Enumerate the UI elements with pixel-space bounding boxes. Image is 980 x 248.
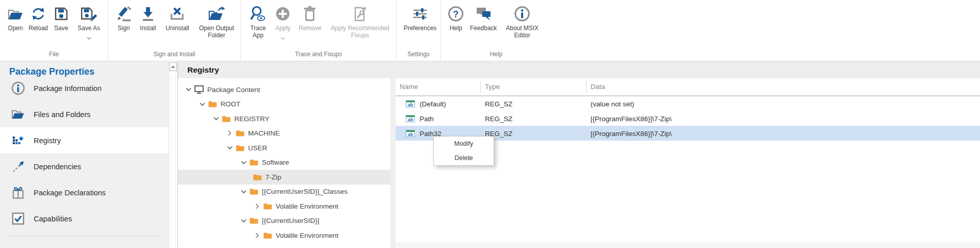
chevron-expanded-icon[interactable]	[184, 87, 192, 92]
folder-icon	[253, 174, 262, 181]
help-button[interactable]: ? Help	[445, 3, 467, 32]
tree-item-label: Volatile Environment	[276, 232, 338, 239]
help-button-label: Help	[450, 25, 462, 32]
chevron-expanded-icon[interactable]	[239, 219, 248, 223]
reg-sz-value-icon: ab	[406, 115, 415, 122]
sign-pencil-icon	[115, 4, 132, 24]
ribbon-group-label-file: File	[0, 51, 108, 61]
sidebar-item-package-information[interactable]: Package Information	[0, 75, 168, 101]
open-output-folder-button[interactable]: Open Output Folder	[194, 3, 239, 39]
tree-item-label: ROOT	[220, 100, 240, 108]
chevron-expanded-icon[interactable]	[198, 102, 206, 106]
uninstall-button[interactable]: Uninstall	[161, 3, 193, 32]
chevron-expanded-icon[interactable]	[212, 117, 220, 121]
folder-icon	[263, 232, 272, 239]
save-as-button[interactable]: Save As	[72, 3, 105, 36]
chevron-down-icon[interactable]	[87, 33, 91, 36]
tree-item-currentusersid-classes[interactable]: [{CurrentUserSID}]_Classes	[178, 185, 390, 199]
chevron-expanded-icon[interactable]	[226, 146, 234, 150]
tree-item-volatile-environment-1[interactable]: Volatile Environment	[178, 199, 390, 214]
save-as-button-label: Save As	[78, 25, 100, 32]
tree-item-package-content[interactable]: Package Content	[178, 82, 390, 97]
reg-sz-value-icon: ab	[406, 100, 415, 107]
column-header-name[interactable]: Name	[400, 83, 418, 91]
remove-button-label: Remove	[299, 25, 322, 32]
sign-button[interactable]: Sign	[112, 3, 135, 32]
tree-item-label: 7-Zip	[265, 173, 281, 181]
page-title: Registry	[187, 65, 219, 75]
tree-item-label: USER	[248, 144, 267, 152]
sidebar-item-label: Files and Folders	[34, 110, 90, 119]
tree-item-root[interactable]: ROOT	[178, 97, 390, 112]
chevron-collapsed-icon[interactable]	[226, 130, 234, 136]
help-question-icon: ?	[448, 4, 464, 24]
tree-item-currentusersid[interactable]: [{CurrentUserSID}]	[178, 214, 390, 229]
value-data: (value not set)	[591, 100, 634, 107]
sidebar-item-files-and-folders[interactable]: Files and Folders	[0, 101, 168, 127]
fixups-document-icon	[352, 4, 368, 24]
ribbon-toolbar: Open Reload Save Save As	[0, 0, 980, 61]
value-name: Path	[420, 115, 434, 122]
registry-blocks-icon	[11, 134, 25, 147]
ribbon-group-sign-install: Sign Install Uninstall Open Output Folde…	[108, 0, 241, 61]
sidebar-item-package-declarations[interactable]: Package Declarations	[0, 179, 168, 206]
about-msix-editor-button[interactable]: About MSIX Editor	[500, 3, 544, 39]
remove-button[interactable]: Remove	[295, 3, 325, 32]
open-button-label: Open	[8, 25, 22, 32]
folder-icon	[250, 217, 258, 224]
value-name: (Default)	[420, 100, 446, 107]
panel-splitter[interactable]	[390, 78, 396, 248]
trace-app-button[interactable]: Trace App	[245, 3, 271, 39]
about-msix-editor-button-label: About MSIX Editor	[500, 25, 544, 39]
open-button[interactable]: Open	[4, 3, 27, 32]
tree-item-volatile-environment-2[interactable]: Volatile Environment	[178, 228, 390, 243]
apply-button[interactable]: Apply	[271, 3, 295, 36]
table-row-default[interactable]: ab (Default) REG_SZ (value not set)	[396, 96, 980, 111]
ribbon-group-file: Open Reload Save Save As	[0, 0, 108, 61]
scrollbar-track[interactable]	[170, 75, 176, 247]
install-button[interactable]: Install	[135, 3, 161, 32]
chevron-collapsed-icon[interactable]	[253, 204, 261, 209]
folder-icon	[208, 101, 217, 107]
ribbon-group-label-help: Help	[441, 51, 551, 61]
column-header-data[interactable]: Data	[591, 83, 605, 91]
tree-item-label: MACHINE	[248, 129, 280, 137]
table-row-path[interactable]: ab Path REG_SZ [{ProgramFilesX86}]\7-Zip…	[396, 111, 980, 126]
tree-item-software[interactable]: Software	[178, 155, 390, 170]
context-menu-item-delete[interactable]: Delete	[434, 151, 494, 165]
preferences-button[interactable]: Preferences	[401, 3, 439, 32]
chevron-expanded-icon[interactable]	[239, 190, 248, 194]
tree-item-user[interactable]: USER	[178, 141, 390, 155]
folder-icon	[236, 130, 244, 137]
reload-button[interactable]: Reload	[27, 3, 50, 32]
checkbox-icon	[11, 212, 25, 225]
column-header-type[interactable]: Type	[485, 83, 500, 91]
column-separator[interactable]	[586, 81, 586, 93]
trace-app-magnifier-icon	[250, 4, 266, 24]
tree-item-registry[interactable]: REGISTRY	[178, 111, 390, 126]
chevron-expanded-icon[interactable]	[239, 161, 248, 165]
preferences-sliders-icon	[412, 4, 428, 24]
sidebar-item-dependencies[interactable]: Dependencies	[0, 153, 168, 179]
feedback-button[interactable]: Feedback	[467, 3, 500, 32]
registry-tree-panel: Package Content ROOT REGISTRY MACHINE US…	[178, 78, 390, 248]
sidebar-item-label: Package Declarations	[34, 189, 106, 197]
sidebar-scrollbar[interactable]	[168, 61, 178, 248]
sidebar-item-registry[interactable]: Registry	[0, 127, 168, 153]
column-separator[interactable]	[480, 81, 481, 93]
table-horizontal-scrollbar[interactable]	[396, 242, 980, 248]
sidebar-item-capabilities[interactable]: Capabilities	[0, 206, 168, 232]
save-icon	[54, 4, 69, 24]
save-as-icon	[80, 4, 97, 24]
apply-recommended-fixups-button[interactable]: Apply Recommended Fixups	[325, 3, 395, 39]
tree-item-7zip[interactable]: 7-Zip	[178, 170, 390, 185]
scrollbar-up-arrow-button[interactable]	[169, 62, 177, 71]
save-button[interactable]: Save	[50, 3, 72, 32]
tree-item-label: Software	[262, 159, 289, 166]
install-arrow-icon	[140, 4, 156, 24]
tree-item-machine[interactable]: MACHINE	[178, 126, 390, 141]
apply-recommended-fixups-button-label: Apply Recommended Fixups	[325, 25, 395, 39]
chevron-collapsed-icon[interactable]	[253, 233, 261, 238]
context-menu-item-modify[interactable]: Modify	[434, 137, 494, 151]
sidebar-item-label: Capabilities	[34, 215, 72, 223]
